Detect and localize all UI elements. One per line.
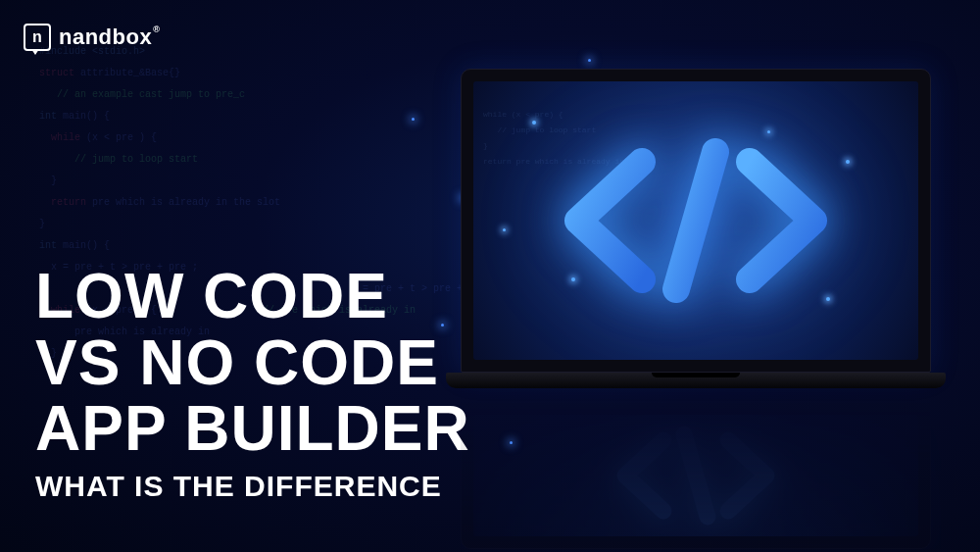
laptop-bezel: while (x < pre) { // jump to loop start … xyxy=(461,69,931,373)
headline-block: LOW CODE VS NO CODE APP BUILDER WHAT IS … xyxy=(35,264,470,503)
code-brackets-icon xyxy=(559,132,833,309)
headline-subtitle: WHAT IS THE DIFFERENCE xyxy=(35,470,470,503)
logo-mark-letter: n xyxy=(32,28,42,46)
laptop-screen: while (x < pre) { // jump to loop start … xyxy=(473,81,918,360)
particle xyxy=(846,160,850,164)
particle xyxy=(510,441,513,444)
laptop-reflection xyxy=(461,392,941,549)
logo-brand-name: nandbox® xyxy=(59,25,160,50)
particle xyxy=(503,228,506,231)
particle xyxy=(588,59,591,62)
laptop-notch xyxy=(652,373,740,377)
brand-logo: n nandbox® xyxy=(24,24,160,51)
particle xyxy=(412,118,415,121)
laptop-illustration: while (x < pre) { // jump to loop start … xyxy=(461,69,941,388)
headline-line-3: APP BUILDER xyxy=(35,396,470,462)
logo-mark-icon: n xyxy=(24,24,51,51)
registered-symbol: ® xyxy=(153,25,160,34)
headline-line-1: LOW CODE xyxy=(35,264,470,329)
particle xyxy=(532,121,536,125)
headline-line-2: VS NO CODE xyxy=(35,330,470,396)
laptop-base xyxy=(446,373,946,388)
